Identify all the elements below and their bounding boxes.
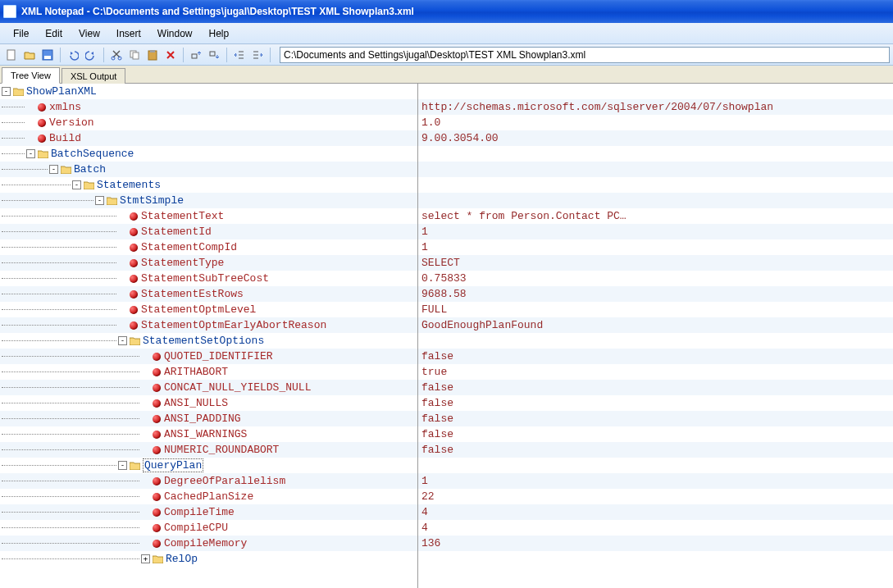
value-cell[interactable]: 1 — [418, 239, 893, 255]
tree-pane[interactable]: -ShowPlanXMLxmlnsVersionBuild-BatchSeque… — [0, 84, 418, 588]
save-button[interactable] — [39, 47, 56, 63]
value-cell[interactable]: false — [418, 411, 893, 426]
node-label[interactable]: BatchSequence — [51, 148, 134, 160]
node-label[interactable]: Version — [49, 116, 94, 129]
node-label[interactable]: NUMERIC_ROUNDABORT — [164, 444, 279, 456]
node-label[interactable]: xmlns — [49, 101, 81, 113]
attribute-node[interactable]: xmlns — [0, 99, 417, 115]
node-label[interactable]: StatementId — [141, 226, 212, 238]
node-label[interactable]: StatementEstRows — [141, 288, 244, 300]
node-label[interactable]: Batch — [74, 163, 106, 175]
attribute-node[interactable]: QUOTED_IDENTIFIER — [0, 349, 417, 364]
element-node[interactable]: -BatchSequence — [0, 146, 417, 162]
attribute-node[interactable]: StatementType — [0, 255, 417, 271]
value-cell[interactable]: 1 — [418, 224, 893, 239]
outdent-button[interactable] — [231, 47, 248, 63]
value-cell[interactable]: 0.75833 — [418, 271, 893, 286]
attribute-node[interactable]: StatementOptmEarlyAbortReason — [0, 317, 417, 333]
attribute-node[interactable]: ANSI_PADDING — [0, 411, 417, 426]
value-cell[interactable]: 136 — [418, 536, 893, 551]
menu-window[interactable]: Window — [149, 25, 201, 42]
node-label[interactable]: StatementType — [141, 257, 224, 269]
collapse-icon[interactable]: - — [49, 165, 58, 174]
redo-button[interactable] — [83, 47, 99, 63]
value-pane[interactable]: http://schemas.microsoft.com/sqlserver/2… — [418, 84, 893, 588]
value-cell[interactable]: false — [418, 426, 893, 442]
indent-button[interactable] — [249, 47, 266, 63]
nudge-down-button[interactable] — [206, 47, 222, 63]
menu-file[interactable]: File — [5, 25, 37, 42]
node-label[interactable]: ARITHABORT — [164, 366, 228, 378]
attribute-node[interactable]: ANSI_NULLS — [0, 395, 417, 411]
node-label[interactable]: QUOTED_IDENTIFIER — [164, 350, 273, 362]
value-cell[interactable]: false — [418, 349, 893, 364]
element-node[interactable]: -StmtSimple — [0, 193, 417, 208]
node-label[interactable]: ANSI_NULLS — [164, 397, 228, 409]
value-cell[interactable]: 9.00.3054.00 — [418, 130, 893, 146]
value-cell[interactable]: 9688.58 — [418, 286, 893, 302]
paste-button[interactable] — [144, 47, 161, 63]
attribute-node[interactable]: ARITHABORT — [0, 364, 417, 380]
value-cell[interactable] — [418, 146, 893, 162]
copy-button[interactable] — [126, 47, 143, 63]
value-cell[interactable]: 1.0 — [418, 115, 893, 130]
cut-button[interactable] — [108, 47, 125, 63]
node-label[interactable]: StatementCompId — [141, 241, 237, 253]
attribute-node[interactable]: CompileMemory — [0, 536, 417, 551]
value-cell[interactable] — [418, 193, 893, 208]
menu-insert[interactable]: Insert — [108, 25, 149, 42]
value-cell[interactable] — [418, 333, 893, 349]
menu-edit[interactable]: Edit — [37, 25, 71, 42]
node-label[interactable]: CompileMemory — [164, 537, 247, 549]
attribute-node[interactable]: CompileTime — [0, 504, 417, 520]
node-label[interactable]: StmtSimple — [120, 194, 184, 207]
node-label[interactable]: CachedPlanSize — [164, 490, 253, 503]
attribute-node[interactable]: NUMERIC_ROUNDABORT — [0, 442, 417, 458]
collapse-icon[interactable]: - — [118, 336, 127, 345]
collapse-icon[interactable]: - — [95, 196, 104, 205]
attribute-node[interactable]: StatementOptmLevel — [0, 302, 417, 317]
undo-button[interactable] — [65, 47, 81, 63]
expand-icon[interactable]: + — [141, 554, 150, 563]
element-node[interactable]: -ShowPlanXML — [0, 84, 417, 99]
value-cell[interactable]: select * from Person.Contact PC… — [418, 208, 893, 224]
address-input[interactable]: C:\Documents and Settings\jugal\Desktop\… — [280, 47, 890, 63]
nudge-up-button[interactable] — [188, 47, 204, 63]
collapse-icon[interactable]: - — [2, 87, 11, 96]
value-cell[interactable]: false — [418, 380, 893, 395]
value-cell[interactable]: 4 — [418, 520, 893, 536]
tab-tree-view[interactable]: Tree View — [2, 67, 60, 84]
open-file-button[interactable] — [21, 47, 38, 63]
node-label[interactable]: CompileCPU — [164, 522, 228, 534]
node-label[interactable]: CONCAT_NULL_YIELDS_NULL — [164, 381, 311, 394]
value-cell[interactable]: 4 — [418, 504, 893, 520]
attribute-node[interactable]: StatementId — [0, 224, 417, 239]
new-file-button[interactable] — [3, 47, 20, 63]
attribute-node[interactable]: StatementSubTreeCost — [0, 271, 417, 286]
element-node[interactable]: -QueryPlan — [0, 458, 417, 473]
menu-view[interactable]: View — [71, 25, 108, 42]
value-cell[interactable]: http://schemas.microsoft.com/sqlserver/2… — [418, 99, 893, 115]
node-label[interactable]: ANSI_PADDING — [164, 413, 241, 425]
node-label[interactable]: StatementText — [141, 210, 224, 222]
value-cell[interactable]: false — [418, 442, 893, 458]
attribute-node[interactable]: StatementText — [0, 208, 417, 224]
attribute-node[interactable]: CachedPlanSize — [0, 489, 417, 504]
node-label[interactable]: StatementOptmLevel — [141, 303, 256, 316]
node-label[interactable]: ShowPlanXML — [26, 85, 97, 98]
value-cell[interactable] — [418, 162, 893, 177]
value-cell[interactable] — [418, 458, 893, 473]
value-cell[interactable] — [418, 551, 893, 567]
element-node[interactable]: -Batch — [0, 162, 417, 177]
attribute-node[interactable]: StatementCompId — [0, 239, 417, 255]
node-label[interactable]: CompileTime — [164, 506, 235, 518]
delete-button[interactable] — [162, 47, 179, 63]
collapse-icon[interactable]: - — [118, 461, 127, 470]
node-label[interactable]: Statements — [97, 179, 161, 191]
value-cell[interactable]: true — [418, 364, 893, 380]
value-cell[interactable]: false — [418, 395, 893, 411]
value-cell[interactable] — [418, 84, 893, 99]
node-label[interactable]: StatementSubTreeCost — [141, 272, 269, 285]
collapse-icon[interactable]: - — [72, 180, 81, 189]
tab-xsl-output[interactable]: XSL Output — [62, 68, 125, 84]
